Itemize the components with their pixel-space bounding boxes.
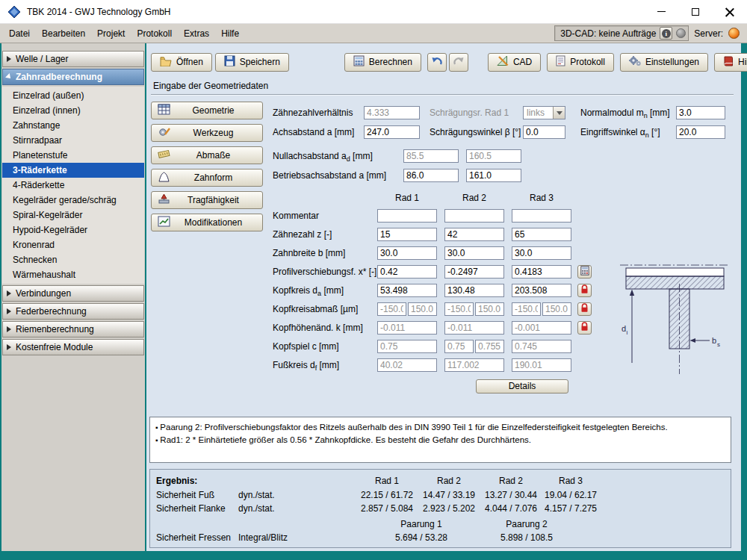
info-button[interactable]: i: [660, 27, 672, 40]
schraegungswinkel-field[interactable]: [523, 125, 565, 139]
nav-werkzeug-button[interactable]: Werkzeug: [151, 124, 263, 142]
zaehnezahl-rad1-field[interactable]: [377, 228, 437, 241]
sidebar-item-zahnstange[interactable]: Zahnstange: [2, 118, 144, 133]
kopfkreisabmass-rad1-lower-field[interactable]: [377, 302, 406, 316]
kopfhoehenaenderung-lock-button[interactable]: [577, 321, 592, 335]
fusskreis-rad1-field[interactable]: [377, 358, 437, 372]
sidebar-section-verbindungen[interactable]: Verbindungen: [2, 285, 144, 302]
sidebar-item-3-raederkette[interactable]: 3-Räderkette: [2, 163, 144, 178]
zahnbreite-rad1-field[interactable]: [377, 246, 437, 260]
sidebar-item-hypoid-kegelraeder[interactable]: Hypoid-Kegelräder: [2, 223, 144, 237]
sidebar-item-schnecken[interactable]: Schnecken: [2, 252, 144, 267]
sidebar-section-federberechnung[interactable]: Federberechnung: [2, 303, 144, 320]
help-button[interactable]: Hilfe: [714, 53, 747, 72]
menubar: Datei Bearbeiten Projekt Protokoll Extra…: [0, 24, 747, 43]
zahnbreite-rad3-field[interactable]: [512, 246, 571, 260]
menu-hilfe[interactable]: Hilfe: [215, 25, 245, 42]
kopfkreis-rad1-field[interactable]: [377, 284, 437, 297]
kopfkreisabmass-rad2-upper-field[interactable]: [475, 302, 504, 316]
sidebar-item-4-raederkette[interactable]: 4-Räderkette: [2, 178, 144, 193]
settings-button[interactable]: Einstellungen: [620, 53, 708, 72]
chevron-down-icon[interactable]: [553, 107, 565, 119]
profilverschiebung-rad3-field[interactable]: [512, 265, 571, 279]
undo-button[interactable]: [427, 53, 447, 72]
sidebar-item-spiral-kegelraeder[interactable]: Spiral-Kegelräder: [2, 208, 144, 223]
menu-protokoll[interactable]: Protokoll: [131, 25, 178, 42]
kopfspiel-paarung1-field[interactable]: [444, 340, 474, 353]
nullachsabstand-field-1[interactable]: [403, 149, 459, 163]
zaehnezahl-rad3-field[interactable]: [512, 228, 571, 241]
open-button[interactable]: Öffnen: [151, 53, 212, 72]
profilverschiebung-rad2-field[interactable]: [444, 265, 504, 279]
profilverschiebung-rad1-field[interactable]: [377, 265, 437, 279]
sidebar-item-stirnradpaar[interactable]: Stirnradpaar: [2, 133, 144, 148]
kopfkreis-rad2-field[interactable]: [444, 284, 504, 297]
close-button[interactable]: [713, 0, 747, 23]
nav-zahnform-button[interactable]: Zahnform: [151, 169, 263, 187]
protocol-button[interactable]: Protokoll: [547, 53, 614, 72]
betriebsachsabstand-field-2[interactable]: [466, 169, 521, 182]
kopfspiel-rad3-field[interactable]: [512, 340, 571, 353]
details-button[interactable]: Details: [476, 379, 568, 393]
kommentar-rad2-field[interactable]: [444, 209, 504, 223]
kommentar-rad3-field[interactable]: [512, 209, 571, 223]
kopfspiel-rad1-field[interactable]: [377, 340, 437, 353]
sidebar-section-welle-lager[interactable]: Welle / Lager: [2, 51, 144, 67]
sidebar-item-einzelrad-aussen[interactable]: Einzelrad (außen): [2, 88, 144, 103]
calculate-button[interactable]: Berechnen: [344, 53, 421, 72]
nav-abmasse-button[interactable]: Abmaße: [151, 146, 263, 164]
sidebar-item-waermehaushalt[interactable]: Wärmehaushalt: [2, 267, 144, 282]
kopfkreisabmass-rad2-lower-field[interactable]: [444, 302, 474, 316]
kopfkreis-lock-button[interactable]: [577, 284, 592, 297]
result-value: 4.157 / 7.275: [537, 503, 604, 514]
cad-button[interactable]: CAD: [488, 53, 541, 72]
betriebsachsabstand-field-1[interactable]: [403, 169, 459, 182]
sidebar-item-planetenstufe[interactable]: Planetenstufe: [2, 148, 144, 163]
save-button[interactable]: Speichern: [215, 53, 289, 72]
kopfhoehenaenderung-rad1-field[interactable]: [377, 321, 437, 335]
loadcapacity-icon: [158, 193, 170, 207]
menu-datei[interactable]: Datei: [3, 25, 36, 42]
nav-geometrie-button[interactable]: Geometrie: [151, 102, 263, 119]
fusskreis-rad3-field[interactable]: [512, 358, 571, 372]
folder-icon: [160, 56, 172, 69]
sidebar-item-kegelraeder[interactable]: Kegelräder gerade/schräg: [2, 193, 144, 208]
kopfkreisabmass-rad3-lower-field[interactable]: [512, 302, 541, 316]
nav-tragfaehigkeit-button[interactable]: Tragfähigkeit: [151, 191, 263, 209]
minimize-button[interactable]: [644, 0, 678, 23]
zv-field[interactable]: [364, 106, 420, 119]
profilverschiebung-calc-button[interactable]: [577, 265, 592, 279]
nav-modifikationen-button[interactable]: Modifikationen: [151, 214, 263, 231]
normalmodul-field[interactable]: [676, 106, 725, 119]
zv-label: Zähnezahlverhältnis: [273, 106, 353, 119]
zaehnezahl-rad2-field[interactable]: [444, 228, 504, 241]
kopfkreisabmass-lock-button[interactable]: [577, 302, 592, 316]
redo-button[interactable]: [449, 53, 468, 72]
kopfspiel-paarung2-field[interactable]: [475, 340, 504, 353]
kopfhoehenaenderung-rad2-field[interactable]: [444, 321, 504, 335]
chevron-right-icon: [7, 308, 11, 314]
fusskreis-rad2-field[interactable]: [444, 358, 504, 372]
sidebar-item-kronenrad[interactable]: Kronenrad: [2, 237, 144, 252]
sidebar-item-einzelrad-innen[interactable]: Einzelrad (innen): [2, 103, 144, 118]
kopfhoehenaenderung-rad3-field[interactable]: [512, 321, 571, 335]
schraegungsrichtung-select[interactable]: links: [523, 106, 565, 119]
achsabstand-field[interactable]: [364, 125, 420, 139]
zahnbreite-rad2-field[interactable]: [444, 246, 504, 260]
kopfkreisabmass-rad1-upper-field[interactable]: [408, 302, 437, 316]
eingriffswinkel-field[interactable]: [676, 125, 725, 139]
lock-icon: [580, 322, 589, 334]
sidebar-section-riemenberechnung[interactable]: Riemenberechnung: [2, 321, 144, 337]
chevron-right-icon: [7, 290, 11, 296]
kopfkreisabmass-rad3-upper-field[interactable]: [542, 302, 571, 316]
sidebar-section-zahnradberechnung[interactable]: Zahnradberechnung: [2, 69, 144, 85]
menu-extras[interactable]: Extras: [178, 25, 215, 42]
kommentar-rad1-field[interactable]: [377, 209, 437, 223]
nullachsabstand-field-2[interactable]: [466, 149, 521, 163]
menu-bearbeiten[interactable]: Bearbeiten: [36, 25, 91, 42]
main-panel: Öffnen Speichern Berechnen CAD: [146, 43, 741, 551]
maximize-button[interactable]: [678, 0, 713, 23]
kopfkreis-rad3-field[interactable]: [512, 284, 571, 297]
sidebar-section-kostenfreie-module[interactable]: Kostenfreie Module: [2, 339, 144, 355]
menu-projekt[interactable]: Projekt: [91, 25, 131, 42]
